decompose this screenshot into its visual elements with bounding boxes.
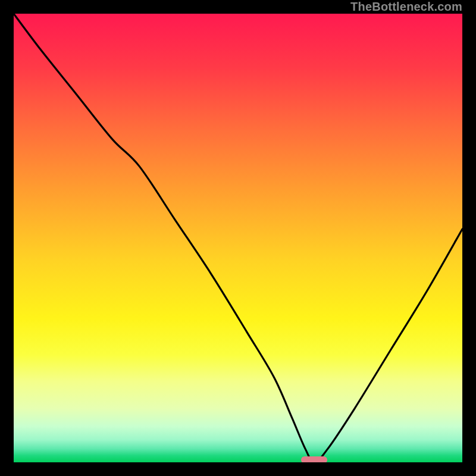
plot-area bbox=[14, 14, 462, 462]
optimal-point-marker bbox=[301, 456, 327, 462]
bottleneck-curve bbox=[14, 14, 462, 462]
watermark-text: TheBottleneck.com bbox=[350, 0, 462, 14]
chart-frame: TheBottleneck.com bbox=[0, 0, 476, 476]
